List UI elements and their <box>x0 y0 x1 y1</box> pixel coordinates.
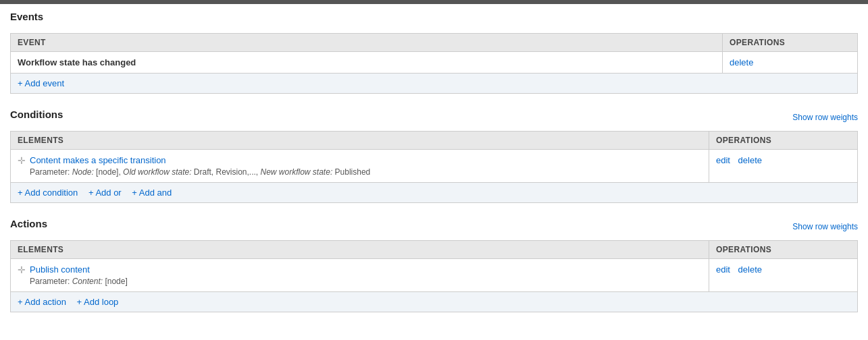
actions-add-cell: + Add action + Add loop <box>11 292 858 312</box>
conditions-add-cell: + Add condition + Add or + Add and <box>11 183 858 203</box>
actions-table: ELEMENTS OPERATIONS ✛ Publish content Pa… <box>10 240 858 312</box>
add-and-link[interactable]: + Add and <box>132 188 172 198</box>
param-label: Parameter: <box>30 167 72 177</box>
conditions-title: Conditions <box>10 109 63 120</box>
actions-edit-link[interactable]: edit <box>716 264 730 275</box>
add-action-link[interactable]: + Add action <box>18 297 66 307</box>
actions-param-label: Parameter: <box>30 277 72 286</box>
conditions-col-elements: ELEMENTS <box>11 132 709 150</box>
add-loop-link[interactable]: + Add loop <box>77 297 119 307</box>
param-old-value: Draft, Revision,..., <box>191 167 260 177</box>
drag-handle-icon: ✛ <box>18 155 26 166</box>
events-row-ops-cell: delete <box>723 52 858 74</box>
events-col-event: EVENT <box>11 34 723 52</box>
actions-param-text: Parameter: Content: [node] <box>30 277 128 286</box>
actions-row-details: Publish content Parameter: Content: [nod… <box>30 264 128 286</box>
events-header: Events <box>10 11 858 28</box>
events-col-operations: OPERATIONS <box>723 34 858 52</box>
param-old-label: Old workflow state: <box>123 167 191 177</box>
events-table: EVENT OPERATIONS Workflow state has chan… <box>10 33 858 94</box>
actions-show-row-weights[interactable]: Show row weights <box>792 222 858 231</box>
table-row: ✛ Publish content Parameter: Content: [n… <box>11 259 858 292</box>
add-condition-link[interactable]: + Add condition <box>18 188 78 198</box>
actions-col-elements: ELEMENTS <box>11 241 709 259</box>
actions-row-content: ✛ Publish content Parameter: Content: [n… <box>18 264 702 286</box>
conditions-row-ops-cell: edit delete <box>709 150 858 183</box>
actions-row-element-cell: ✛ Publish content Parameter: Content: [n… <box>11 259 709 292</box>
param-node: Node: <box>72 167 94 177</box>
conditions-show-row-weights[interactable]: Show row weights <box>792 113 858 122</box>
table-row: Workflow state has changed delete <box>11 52 858 74</box>
conditions-col-operations: OPERATIONS <box>709 132 858 150</box>
events-section: Events EVENT OPERATIONS Workflow state h… <box>10 11 858 94</box>
actions-header: Actions Show row weights <box>10 218 858 235</box>
param-new-label: New workflow state: <box>261 167 333 177</box>
param-new-value: Published <box>332 167 370 177</box>
actions-delete-link[interactable]: delete <box>738 264 762 275</box>
conditions-add-row: + Add condition + Add or + Add and <box>11 183 858 203</box>
actions-title: Actions <box>10 218 47 229</box>
events-row-event-name: Workflow state has changed <box>18 57 136 67</box>
actions-section: Actions Show row weights ELEMENTS OPERAT… <box>10 218 858 312</box>
conditions-header: Conditions Show row weights <box>10 109 858 125</box>
actions-row-ops-cell: edit delete <box>709 259 858 292</box>
conditions-row-element-cell: ✛ Content makes a specific transition Pa… <box>11 150 709 183</box>
table-row: ✛ Content makes a specific transition Pa… <box>11 150 858 183</box>
conditions-row-content: ✛ Content makes a specific transition Pa… <box>18 155 702 177</box>
actions-param-content-label: Content: <box>72 277 103 286</box>
events-table-header-row: EVENT OPERATIONS <box>11 34 858 52</box>
conditions-table-header-row: ELEMENTS OPERATIONS <box>11 132 858 150</box>
conditions-row-details: Content makes a specific transition Para… <box>30 155 370 177</box>
events-row-event-cell: Workflow state has changed <box>11 52 723 74</box>
actions-table-header-row: ELEMENTS OPERATIONS <box>11 241 858 259</box>
actions-col-operations: OPERATIONS <box>709 241 858 259</box>
events-add-cell: + Add event <box>11 74 858 94</box>
drag-handle-icon: ✛ <box>18 264 26 275</box>
conditions-item-title[interactable]: Content makes a specific transition <box>30 155 166 165</box>
top-bar <box>0 0 868 4</box>
conditions-section: Conditions Show row weights ELEMENTS OPE… <box>10 109 858 203</box>
add-or-link[interactable]: + Add or <box>88 188 122 198</box>
events-title: Events <box>10 11 43 22</box>
events-add-row: + Add event <box>11 74 858 94</box>
actions-param-content-value: [node] <box>103 277 128 286</box>
actions-add-row: + Add action + Add loop <box>11 292 858 312</box>
actions-item-title[interactable]: Publish content <box>30 264 90 275</box>
conditions-param-text: Parameter: Node: [node], Old workflow st… <box>30 167 370 177</box>
conditions-table: ELEMENTS OPERATIONS ✛ Content makes a sp… <box>10 131 858 203</box>
conditions-edit-link[interactable]: edit <box>716 155 730 165</box>
param-node-value: [node], <box>94 167 123 177</box>
add-event-link[interactable]: + Add event <box>18 78 64 88</box>
events-delete-link[interactable]: delete <box>730 57 753 67</box>
conditions-delete-link[interactable]: delete <box>738 155 762 165</box>
